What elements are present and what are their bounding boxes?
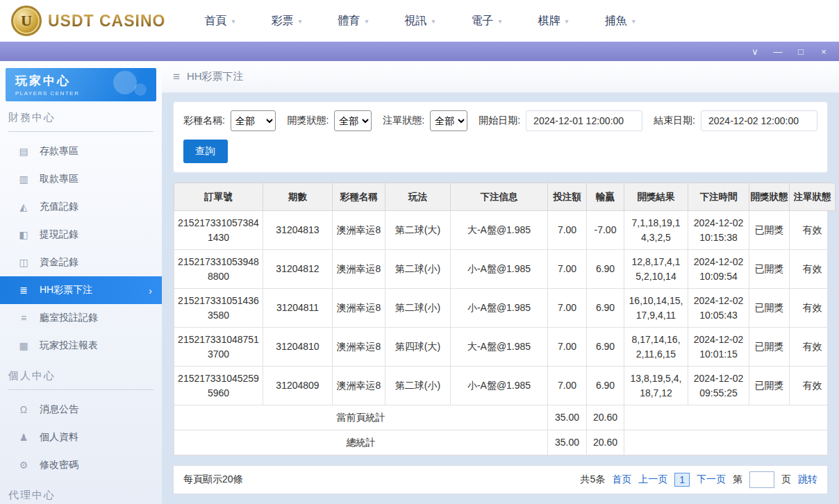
page-size-text: 每頁顯示20條 <box>183 473 243 486</box>
collapse-window-button[interactable]: ∨ <box>750 47 760 56</box>
prev-page-link[interactable]: 上一页 <box>638 473 667 486</box>
bets-table-card: 訂單號期數彩種名稱玩法下注信息投注額輸贏開獎結果下注時間開獎狀態注單狀態 215… <box>173 182 828 456</box>
cell-lottery: 澳洲幸运8 <box>333 211 385 250</box>
cell-result: 12,8,17,4,15,2,10,14 <box>624 250 688 289</box>
cell-result: 8,17,14,16,2,11,6,15 <box>624 328 688 367</box>
column-header: 訂單號 <box>174 183 263 211</box>
maximize-window-button[interactable]: □ <box>796 47 806 56</box>
sidebar: 玩家中心 PLAYERS CENTER 財務中心▤存款專區▥取款專區◭充值記錄◧… <box>0 61 162 504</box>
nav-item-label: 視訊 <box>405 14 427 28</box>
chevron-down-icon: ▾ <box>432 17 435 25</box>
cell-period: 31204809 <box>263 367 333 405</box>
sidebar-item[interactable]: ▦玩家投注報表 <box>0 332 162 360</box>
page-word-after: 页 <box>781 473 791 486</box>
summary-win-loss: 20.60 <box>587 430 624 455</box>
breadcrumb-title: HH彩票下注 <box>187 70 244 83</box>
sidebar-section-items: ▤存款專區▥取款專區◭充值記錄◧提現記錄◫資金記錄≣HH彩票下注›≡廳室投註記錄… <box>0 137 162 360</box>
nav-item-label: 彩票 <box>271 14 293 28</box>
cell-amount: 7.00 <box>548 328 587 367</box>
nav-item[interactable]: 彩票▾ <box>271 14 301 28</box>
cell-time: 2024-12-02 10:05:43 <box>688 289 749 328</box>
bets-table: 訂單號期數彩種名稱玩法下注信息投注額輸贏開獎結果下注時間開獎狀態注單狀態 215… <box>174 183 836 455</box>
sidebar-item[interactable]: Ω消息公告 <box>0 396 162 423</box>
minimize-window-button[interactable]: — <box>773 47 783 56</box>
sidebar-item[interactable]: ◧提現記錄 <box>0 221 162 249</box>
cell-period: 31204811 <box>263 289 333 328</box>
cell-amount: 7.00 <box>548 367 587 405</box>
sidebar-item[interactable]: ♟個人資料 <box>0 423 162 451</box>
cell-win-loss: 6.90 <box>587 367 624 405</box>
hamburger-menu-icon[interactable]: ≡ <box>173 70 180 84</box>
column-header: 輸贏 <box>587 183 624 211</box>
nav-item[interactable]: 首頁▾ <box>204 14 235 28</box>
end-date-input[interactable] <box>701 110 817 131</box>
start-date-input[interactable] <box>526 110 642 131</box>
sidebar-item-label: HH彩票下注 <box>40 284 92 296</box>
column-header: 開獎狀態 <box>749 183 790 211</box>
nav-item[interactable]: 棋牌▾ <box>538 14 569 28</box>
cell-bet-info: 大-A盤@1.985 <box>451 211 548 250</box>
gamepad-decor-icon <box>113 71 137 94</box>
cell-play: 第二球(小) <box>385 367 451 405</box>
total-count-text: 共5条 <box>580 473 605 486</box>
cell-play: 第二球(小) <box>385 250 451 289</box>
sidebar-item[interactable]: ≡廳室投註記錄 <box>0 304 162 332</box>
sidebar-item[interactable]: ≣HH彩票下注› <box>0 276 162 304</box>
sidebar-item[interactable]: ▤存款專區 <box>0 137 162 165</box>
cell-bet-info: 小-A盤@1.985 <box>451 367 548 405</box>
sidebar-section-heading: 財務中心 <box>8 111 153 132</box>
top-header: U USDT CASINO 首頁▾彩票▾體育▾視訊▾電子▾棋牌▾捕魚▾ <box>0 0 839 42</box>
start-date-label: 開始日期: <box>479 115 520 127</box>
nav-item[interactable]: 視訊▾ <box>405 14 435 28</box>
nav-item[interactable]: 體育▾ <box>338 14 369 28</box>
breadcrumb: ≡ HH彩票下注 <box>162 61 839 93</box>
table-row: 215217331048751370031204810澳洲幸运8第四球(大)大-… <box>174 328 836 367</box>
cell-result: 16,10,14,15,17,9,4,11 <box>624 289 688 328</box>
sidebar-item-label: 廳室投註記錄 <box>40 312 98 324</box>
lottery-name-select[interactable]: 全部 <box>231 110 276 131</box>
sidebar-item[interactable]: ⚙修改密碼 <box>0 451 162 479</box>
cell-time: 2024-12-02 09:55:25 <box>688 367 749 405</box>
summary-row: 當前頁統計35.0020.60 <box>174 405 836 430</box>
nav-item[interactable]: 捕魚▾ <box>605 14 636 28</box>
cashout-record-icon: ◧ <box>18 229 29 240</box>
nav-item[interactable]: 電子▾ <box>472 14 502 28</box>
close-window-button[interactable]: × <box>819 47 829 56</box>
window-title-bar: ∨—□× <box>0 42 839 61</box>
cell-draw-status: 已開獎 <box>749 367 790 405</box>
main-area: ≡ HH彩票下注 彩種名稱: 全部 開獎狀態: 全部 注單狀態: 全部 開始日期… <box>162 61 839 504</box>
cell-bet-info: 大-A盤@1.985 <box>451 328 548 367</box>
summary-win-loss: 20.60 <box>587 405 624 430</box>
cell-bet-info: 小-A盤@1.985 <box>451 289 548 328</box>
column-header: 下注信息 <box>451 183 548 211</box>
current-page-indicator[interactable]: 1 <box>674 473 690 487</box>
filter-panel: 彩種名稱: 全部 開獎狀態: 全部 注單狀態: 全部 開始日期: 結束日期: 查… <box>173 101 828 173</box>
sidebar-item[interactable]: ◫資金記錄 <box>0 249 162 276</box>
order-status-label: 注單狀態: <box>383 115 424 127</box>
cell-period: 31204813 <box>263 211 333 250</box>
sidebar-menu: 財務中心▤存款專區▥取款專區◭充值記錄◧提現記錄◫資金記錄≣HH彩票下注›≡廳室… <box>0 111 162 504</box>
search-button[interactable]: 查詢 <box>183 140 228 163</box>
first-page-link[interactable]: 首页 <box>612 473 631 486</box>
draw-status-select[interactable]: 全部 <box>334 110 372 131</box>
cell-order-status: 有效 <box>790 367 836 405</box>
change-password-icon: ⚙ <box>18 460 29 471</box>
table-header-row: 訂單號期數彩種名稱玩法下注信息投注額輸贏開獎結果下注時間開獎狀態注單狀態 <box>174 183 836 211</box>
cell-order-status: 有效 <box>790 289 836 328</box>
cell-order-id: 2152173310573841430 <box>174 211 263 250</box>
column-header: 期數 <box>263 183 333 211</box>
cell-win-loss: 6.90 <box>587 328 624 367</box>
brand-logo[interactable]: U USDT CASINO <box>11 6 165 36</box>
sidebar-item[interactable]: ◭充值記錄 <box>0 193 162 221</box>
sidebar-item-label: 充值記錄 <box>40 201 78 213</box>
page-jump-input[interactable] <box>749 471 774 488</box>
sidebar-item[interactable]: ▥取款專區 <box>0 165 162 193</box>
column-header: 開獎結果 <box>624 183 688 211</box>
order-status-select[interactable]: 全部 <box>430 110 467 131</box>
cell-draw-status: 已開獎 <box>749 211 790 250</box>
next-page-link[interactable]: 下一页 <box>697 473 726 486</box>
cell-order-status: 有效 <box>790 211 836 250</box>
cell-order-id: 2152173310452595960 <box>174 367 263 405</box>
summary-bet-amount: 35.00 <box>548 430 587 455</box>
jump-button[interactable]: 跳转 <box>798 473 817 486</box>
